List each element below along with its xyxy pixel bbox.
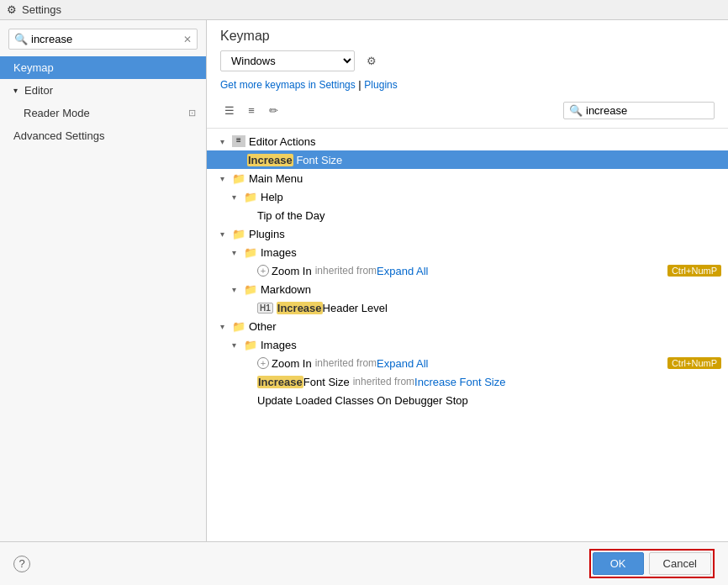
plugins-link[interactable]: Plugins xyxy=(364,79,397,91)
get-more-keymaps-link[interactable]: Get more keymaps in Settings xyxy=(220,79,356,91)
sidebar-item-keymap-label: Keymap xyxy=(13,61,54,74)
tree-row-editor-actions[interactable]: ▾ ≡ Editor Actions xyxy=(207,132,728,150)
toolbar-row: ☰ ≡ ✏ 🔍 xyxy=(220,98,715,123)
highlight-increase-header: Increase xyxy=(277,302,323,314)
settings-icon: ⚙ xyxy=(7,3,17,16)
sidebar-nav: Keymap ▾ Editor Reader Mode ⊡ Advanced S… xyxy=(0,56,206,541)
filter-search-input[interactable] xyxy=(586,104,704,117)
tree-row-tip-of-day[interactable]: Tip of the Day xyxy=(207,206,728,224)
other-folder-icon: 📁 xyxy=(232,320,245,333)
toolbar-align-btn[interactable]: ☰ xyxy=(220,101,239,119)
sidebar-item-reader-mode[interactable]: Reader Mode ⊡ xyxy=(0,102,206,124)
collapse-icon: ≡ xyxy=(248,104,255,117)
tree-row-images-1[interactable]: ▾ 📁 Images xyxy=(207,243,728,261)
arrow-plugins: ▾ xyxy=(220,229,232,239)
h1-badge: H1 xyxy=(257,303,273,314)
other-label: Other xyxy=(249,320,277,333)
highlight-increase-1: Increase xyxy=(247,154,293,166)
increase-font-size-label: Increase Font Size xyxy=(247,154,342,166)
sidebar-search-icon: 🔍 xyxy=(14,33,28,45)
help-icon: ? xyxy=(18,557,24,570)
images-2-label: Images xyxy=(261,339,297,351)
header-level-text: Header Level xyxy=(323,302,388,314)
font-size-text-2: Font Size xyxy=(303,376,350,388)
sidebar-search-clear[interactable]: ✕ xyxy=(183,34,192,45)
zoom-in-2-label: Zoom In xyxy=(272,357,312,370)
zoom-in-1-expand-all-link[interactable]: Expand All xyxy=(377,265,428,277)
ok-button[interactable]: OK xyxy=(593,552,644,575)
sidebar-item-editor[interactable]: ▾ Editor xyxy=(0,79,206,102)
tree-row-other[interactable]: ▾ 📁 Other xyxy=(207,317,728,335)
main-menu-label: Main Menu xyxy=(249,172,303,185)
highlight-increase-2: Increase xyxy=(257,376,303,388)
tree-row-increase-header[interactable]: H1 Increase Header Level xyxy=(207,298,728,317)
content-area: Keymap Windows macOS Linux Default ⚙ Get… xyxy=(207,20,728,541)
arrow-images-1: ▾ xyxy=(232,248,244,257)
tree-row-plugins[interactable]: ▾ 📁 Plugins xyxy=(207,224,728,243)
pencil-icon: ✏ xyxy=(269,104,278,117)
plugins-label: Plugins xyxy=(249,228,285,240)
arrow-main-menu: ▾ xyxy=(220,174,232,183)
main-container: 🔍 ✕ Keymap ▾ Editor Reader Mode ⊡ Advanc… xyxy=(0,20,728,541)
help-button[interactable]: ? xyxy=(13,556,30,572)
tree-row-zoom-in-1[interactable]: + Zoom In inherited from Expand All Ctrl… xyxy=(207,261,728,280)
sidebar-advanced-settings-label: Advanced Settings xyxy=(13,129,104,142)
images1-folder-icon: 📁 xyxy=(244,246,257,259)
bottom-bar: ? OK Cancel xyxy=(0,541,728,585)
markdown-folder-icon: 📁 xyxy=(244,283,257,296)
keymap-links: Get more keymaps in Settings | Plugins xyxy=(220,78,715,91)
keymap-controls: Windows macOS Linux Default ⚙ xyxy=(220,50,715,71)
arrow-images-2: ▾ xyxy=(232,340,244,350)
title-bar: ⚙ Settings xyxy=(0,0,728,20)
tree-row-update-loaded[interactable]: Update Loaded Classes On Debugger Stop xyxy=(207,391,728,409)
gear-icon: ⚙ xyxy=(367,55,377,67)
sidebar-search-container: 🔍 ✕ xyxy=(8,29,198,50)
tree-row-increase-font-size-2[interactable]: Increase Font Size inherited from Increa… xyxy=(207,372,728,391)
editor-actions-icon: ≡ xyxy=(232,135,245,147)
cancel-button[interactable]: Cancel xyxy=(649,552,711,575)
tree-row-main-menu[interactable]: ▾ 📁 Main Menu xyxy=(207,169,728,187)
arrow-editor-actions: ▾ xyxy=(220,137,232,146)
main-menu-folder-icon: 📁 xyxy=(232,172,245,185)
toolbar-icons: ☰ ≡ ✏ xyxy=(220,101,282,119)
tree-row-markdown[interactable]: ▾ 📁 Markdown xyxy=(207,280,728,298)
tree-row-images-2[interactable]: ▾ 📁 Images xyxy=(207,335,728,354)
filter-search-icon: 🔍 xyxy=(569,104,583,117)
help-label: Help xyxy=(261,191,283,203)
zoom-in-2-shortcut: Ctrl+NumP xyxy=(667,357,721,369)
toolbar-edit-btn[interactable]: ✏ xyxy=(264,101,282,119)
tree-row-zoom-in-2[interactable]: + Zoom In inherited from Expand All Ctrl… xyxy=(207,354,728,372)
sidebar-reader-mode-icon: ⊡ xyxy=(188,108,196,119)
tree-container: ▾ ≡ Editor Actions Increase Font Size ▾ … xyxy=(207,129,728,541)
zoom-in-2-expand-all-link[interactable]: Expand All xyxy=(377,357,428,370)
zoom-in-2-inherited-text: inherited from xyxy=(315,357,377,369)
tip-of-day-label: Tip of the Day xyxy=(257,209,324,222)
sidebar-reader-mode-label: Reader Mode xyxy=(24,107,90,119)
search-filter-box: 🔍 xyxy=(563,102,715,119)
zoom-in-2-plus-icon: + xyxy=(257,357,269,369)
sidebar-item-keymap[interactable]: Keymap xyxy=(0,56,206,79)
editor-actions-label: Editor Actions xyxy=(249,135,316,148)
sidebar: 🔍 ✕ Keymap ▾ Editor Reader Mode ⊡ Advanc… xyxy=(0,20,207,541)
sidebar-item-advanced-settings[interactable]: Advanced Settings xyxy=(0,124,206,147)
plugins-folder-icon: 📁 xyxy=(232,228,245,240)
zoom-in-1-shortcut: Ctrl+NumP xyxy=(667,265,721,277)
content-header: Keymap Windows macOS Linux Default ⚙ Get… xyxy=(207,20,728,129)
font-size-text: Font Size xyxy=(296,154,342,166)
keymap-gear-button[interactable]: ⚙ xyxy=(361,51,382,71)
arrow-help: ▾ xyxy=(232,192,244,202)
arrow-other: ▾ xyxy=(220,322,232,331)
title-bar-text: Settings xyxy=(22,3,61,16)
arrow-markdown: ▾ xyxy=(232,285,244,294)
help-folder-icon: 📁 xyxy=(244,191,257,203)
images2-folder-icon: 📁 xyxy=(244,339,257,351)
sidebar-search-input[interactable] xyxy=(31,33,183,45)
tree-row-increase-font-size[interactable]: Increase Font Size xyxy=(207,150,728,169)
zoom-in-1-inherited-text: inherited from xyxy=(315,265,377,277)
sidebar-editor-arrow: ▾ xyxy=(13,86,18,95)
keymap-select[interactable]: Windows macOS Linux Default xyxy=(220,50,355,71)
toolbar-collapse-btn[interactable]: ≡ xyxy=(242,101,261,119)
tree-row-help[interactable]: ▾ 📁 Help xyxy=(207,187,728,206)
increase-font-size-link[interactable]: Increase Font Size xyxy=(414,376,505,388)
images-1-label: Images xyxy=(261,246,297,259)
